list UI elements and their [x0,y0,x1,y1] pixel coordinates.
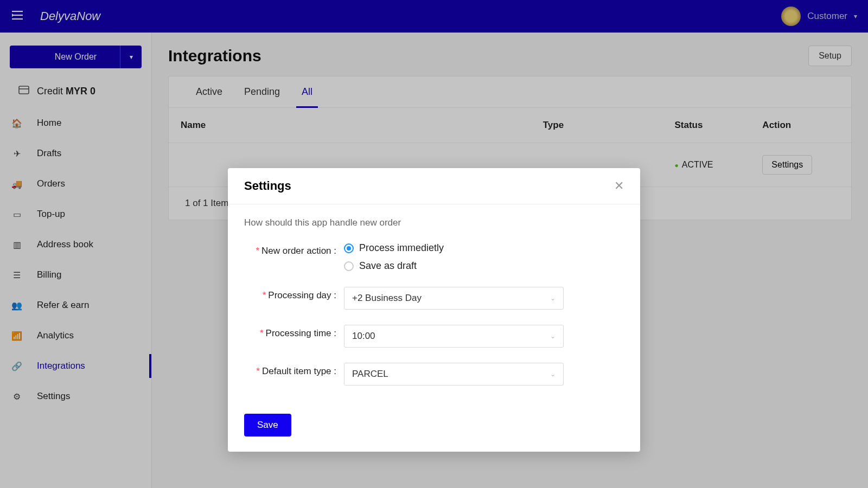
chevron-down-icon: ⌄ [550,370,556,378]
save-button[interactable]: Save [244,414,291,436]
radio-label: Save as draft [359,260,417,272]
label-processing-day: Processing day [268,290,331,300]
select-value: PARCEL [352,369,388,380]
select-value: +2 Business Day [352,293,422,304]
settings-modal: Settings ✕ How should this app handle ne… [228,168,640,452]
label-default-item-type: Default item type [262,366,331,376]
select-value: 10:00 [352,331,375,342]
radio-icon [344,261,354,271]
close-icon: ✕ [614,179,624,192]
radio-save-as-draft[interactable]: Save as draft [344,260,624,272]
close-button[interactable]: ✕ [614,179,624,193]
radio-label: Process immedietly [359,242,444,254]
processing-time-select[interactable]: 10:00 ⌄ [344,325,564,348]
chevron-down-icon: ⌄ [550,294,556,302]
label-new-order-action: New order action [261,246,331,256]
default-item-type-select[interactable]: PARCEL ⌄ [344,363,564,386]
radio-icon [344,243,354,253]
modal-intro: How should this app handle new order [244,217,624,228]
radio-process-immediately[interactable]: Process immedietly [344,242,624,254]
chevron-down-icon: ⌄ [550,332,556,340]
processing-day-select[interactable]: +2 Business Day ⌄ [344,287,564,310]
label-processing-time: Processing time [266,328,331,338]
modal-title: Settings [244,179,291,193]
